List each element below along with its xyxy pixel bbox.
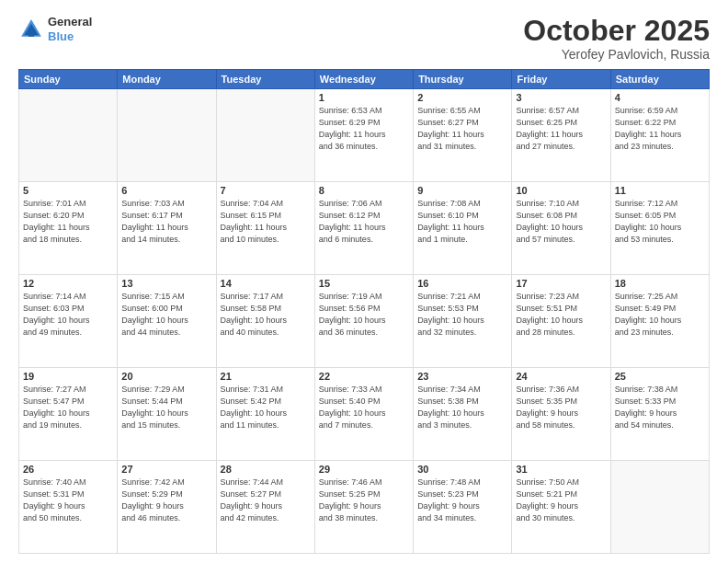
calendar-table: SundayMondayTuesdayWednesdayThursdayFrid… [18,69,710,554]
col-header-monday: Monday [118,70,216,89]
day-info: Sunrise: 7:29 AMSunset: 5:44 PMDaylight:… [121,384,211,431]
day-number: 12 [23,278,113,289]
calendar-cell: 15Sunrise: 7:19 AMSunset: 5:56 PMDayligh… [314,275,413,368]
calendar-cell: 10Sunrise: 7:10 AMSunset: 6:08 PMDayligh… [512,182,610,275]
day-info: Sunrise: 7:50 AMSunset: 5:21 PMDaylight:… [516,477,606,524]
day-number: 27 [121,464,211,475]
calendar-header-row: SundayMondayTuesdayWednesdayThursdayFrid… [19,70,710,89]
main-title: October 2025 [523,15,710,47]
day-number: 1 [319,92,409,103]
logo-line1: General [48,15,92,29]
calendar-cell: 28Sunrise: 7:44 AMSunset: 5:27 PMDayligh… [216,461,314,554]
day-number: 28 [221,464,311,475]
calendar-cell: 21Sunrise: 7:31 AMSunset: 5:42 PMDayligh… [216,368,314,461]
day-info: Sunrise: 7:44 AMSunset: 5:27 PMDaylight:… [221,477,311,524]
day-number: 17 [516,278,606,289]
day-info: Sunrise: 7:42 AMSunset: 5:29 PMDaylight:… [121,477,211,524]
calendar-cell: 31Sunrise: 7:50 AMSunset: 5:21 PMDayligh… [512,461,610,554]
day-info: Sunrise: 6:55 AMSunset: 6:27 PMDaylight:… [417,105,507,153]
day-info: Sunrise: 7:06 AMSunset: 6:12 PMDaylight:… [319,198,409,246]
calendar-cell [216,89,314,182]
day-number: 16 [417,278,507,289]
subtitle: Yerofey Pavlovich, Russia [523,47,710,62]
day-number: 14 [221,278,311,289]
day-info: Sunrise: 7:33 AMSunset: 5:40 PMDaylight:… [319,384,409,431]
day-number: 9 [417,185,507,196]
calendar-cell: 26Sunrise: 7:40 AMSunset: 5:31 PMDayligh… [19,461,118,554]
col-header-saturday: Saturday [610,70,709,89]
svg-rect-2 [28,29,34,37]
day-info: Sunrise: 7:27 AMSunset: 5:47 PMDaylight:… [23,384,113,431]
day-info: Sunrise: 7:38 AMSunset: 5:33 PMDaylight:… [615,384,705,431]
day-info: Sunrise: 7:21 AMSunset: 5:53 PMDaylight:… [417,291,507,339]
calendar-cell [610,461,709,554]
day-info: Sunrise: 7:15 AMSunset: 6:00 PMDaylight:… [121,291,211,339]
day-number: 7 [221,185,311,196]
day-number: 29 [319,464,409,475]
day-number: 10 [516,185,606,196]
day-info: Sunrise: 7:46 AMSunset: 5:25 PMDaylight:… [319,477,409,524]
col-header-sunday: Sunday [19,70,118,89]
day-info: Sunrise: 7:36 AMSunset: 5:35 PMDaylight:… [516,384,606,431]
calendar-cell: 29Sunrise: 7:46 AMSunset: 5:25 PMDayligh… [314,461,413,554]
calendar-cell: 11Sunrise: 7:12 AMSunset: 6:05 PMDayligh… [610,182,709,275]
day-info: Sunrise: 7:12 AMSunset: 6:05 PMDaylight:… [615,198,705,246]
week-row-5: 26Sunrise: 7:40 AMSunset: 5:31 PMDayligh… [19,461,710,554]
calendar-cell: 3Sunrise: 6:57 AMSunset: 6:25 PMDaylight… [512,89,610,182]
day-number: 8 [319,185,409,196]
calendar-cell: 17Sunrise: 7:23 AMSunset: 5:51 PMDayligh… [512,275,610,368]
day-number: 24 [516,371,606,382]
calendar-cell: 5Sunrise: 7:01 AMSunset: 6:20 PMDaylight… [19,182,118,275]
calendar-cell: 9Sunrise: 7:08 AMSunset: 6:10 PMDaylight… [414,182,512,275]
title-block: October 2025 Yerofey Pavlovich, Russia [523,15,710,62]
calendar-cell: 8Sunrise: 7:06 AMSunset: 6:12 PMDaylight… [314,182,413,275]
day-number: 25 [615,371,705,382]
week-row-2: 5Sunrise: 7:01 AMSunset: 6:20 PMDaylight… [19,182,710,275]
day-number: 11 [615,185,705,196]
calendar-cell: 12Sunrise: 7:14 AMSunset: 6:03 PMDayligh… [19,275,118,368]
calendar-cell: 1Sunrise: 6:53 AMSunset: 6:29 PMDaylight… [314,89,413,182]
day-number: 30 [417,464,507,475]
calendar-cell: 18Sunrise: 7:25 AMSunset: 5:49 PMDayligh… [610,275,709,368]
calendar-cell: 25Sunrise: 7:38 AMSunset: 5:33 PMDayligh… [610,368,709,461]
day-info: Sunrise: 7:08 AMSunset: 6:10 PMDaylight:… [417,198,507,246]
day-number: 3 [516,92,606,103]
day-number: 31 [516,464,606,475]
col-header-friday: Friday [512,70,610,89]
calendar-cell: 27Sunrise: 7:42 AMSunset: 5:29 PMDayligh… [118,461,216,554]
calendar-cell [118,89,216,182]
calendar-cell: 2Sunrise: 6:55 AMSunset: 6:27 PMDaylight… [414,89,512,182]
calendar-cell: 16Sunrise: 7:21 AMSunset: 5:53 PMDayligh… [414,275,512,368]
day-info: Sunrise: 7:04 AMSunset: 6:15 PMDaylight:… [221,198,311,246]
page: General Blue October 2025 Yerofey Pavlov… [0,0,728,563]
week-row-4: 19Sunrise: 7:27 AMSunset: 5:47 PMDayligh… [19,368,710,461]
logo-line2: Blue [48,29,74,43]
calendar-cell: 13Sunrise: 7:15 AMSunset: 6:00 PMDayligh… [118,275,216,368]
col-header-wednesday: Wednesday [314,70,413,89]
calendar-cell: 6Sunrise: 7:03 AMSunset: 6:17 PMDaylight… [118,182,216,275]
calendar-cell: 19Sunrise: 7:27 AMSunset: 5:47 PMDayligh… [19,368,118,461]
day-number: 18 [615,278,705,289]
day-number: 19 [23,371,113,382]
day-info: Sunrise: 7:01 AMSunset: 6:20 PMDaylight:… [23,198,113,246]
day-info: Sunrise: 6:59 AMSunset: 6:22 PMDaylight:… [615,105,705,153]
day-info: Sunrise: 7:03 AMSunset: 6:17 PMDaylight:… [121,198,211,246]
day-info: Sunrise: 7:48 AMSunset: 5:23 PMDaylight:… [417,477,507,524]
logo-text: General Blue [48,15,92,43]
header: General Blue October 2025 Yerofey Pavlov… [18,15,710,62]
day-info: Sunrise: 7:14 AMSunset: 6:03 PMDaylight:… [23,291,113,339]
day-number: 5 [23,185,113,196]
day-info: Sunrise: 7:10 AMSunset: 6:08 PMDaylight:… [516,198,606,246]
day-number: 13 [121,278,211,289]
day-number: 26 [23,464,113,475]
day-info: Sunrise: 7:25 AMSunset: 5:49 PMDaylight:… [615,291,705,339]
day-info: Sunrise: 6:53 AMSunset: 6:29 PMDaylight:… [319,105,409,153]
calendar-cell: 30Sunrise: 7:48 AMSunset: 5:23 PMDayligh… [414,461,512,554]
day-info: Sunrise: 7:17 AMSunset: 5:58 PMDaylight:… [221,291,311,339]
logo: General Blue [18,15,92,43]
col-header-tuesday: Tuesday [216,70,314,89]
day-info: Sunrise: 7:40 AMSunset: 5:31 PMDaylight:… [23,477,113,524]
day-number: 22 [319,371,409,382]
day-number: 6 [121,185,211,196]
calendar-cell: 7Sunrise: 7:04 AMSunset: 6:15 PMDaylight… [216,182,314,275]
